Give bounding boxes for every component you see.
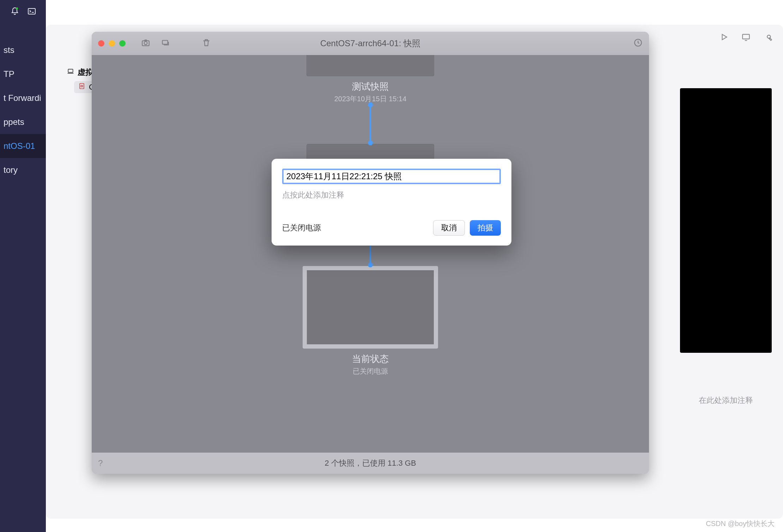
snapshot-window-title: CentOS7-arrch64-01: 快照 [92, 38, 649, 49]
host-toolbar [720, 32, 772, 43]
svg-point-0 [16, 7, 18, 10]
snapshot-notes-placeholder[interactable]: 点按此处添加注释 [282, 190, 501, 200]
snapshot-window: CentOS7-arrch64-01: 快照 测试快照 2023年10月15日 … [92, 32, 649, 474]
svg-point-4 [81, 85, 83, 87]
host-sidebar: sts TP t Forwardi ppets ntOS-01 tory [0, 0, 46, 532]
current-state-sub: 已关闭电源 [353, 367, 388, 376]
cancel-button[interactable]: 取消 [433, 220, 465, 236]
sidebar-item-forwarding[interactable]: t Forwardi [0, 86, 46, 110]
wrench-icon[interactable] [763, 32, 772, 43]
svg-rect-3 [80, 84, 84, 89]
snapshot-thumb-1[interactable] [306, 55, 434, 76]
laptop-icon [67, 68, 74, 77]
add-comment-placeholder[interactable]: 在此处添加注释 [680, 395, 772, 406]
play-icon[interactable] [720, 32, 729, 43]
sidebar-item-tp[interactable]: TP [0, 62, 46, 86]
snapshot-canvas[interactable]: 测试快照 2023年10月15日 15:14 当前状态 已关闭电源 [92, 55, 649, 453]
svg-rect-5 [742, 34, 749, 39]
bell-icon[interactable] [11, 7, 19, 17]
sidebar-item-centos01[interactable]: ntOS-01 [0, 134, 46, 158]
create-snapshot-popover: 点按此处添加注释 已关闭电源 取消 拍摄 [272, 159, 511, 246]
terminal-icon[interactable] [28, 7, 36, 17]
help-icon[interactable]: ? [98, 458, 103, 468]
sidebar-item-ppets[interactable]: ppets [0, 110, 46, 134]
svg-rect-1 [28, 8, 35, 14]
vm-preview [680, 88, 772, 353]
power-state-label: 已关闭电源 [282, 223, 321, 233]
screen-icon[interactable] [741, 32, 751, 43]
take-snapshot-button[interactable]: 拍摄 [470, 220, 501, 236]
sidebar-item-tory[interactable]: tory [0, 158, 46, 182]
snapshot-toolbar: CentOS7-arrch64-01: 快照 [92, 32, 649, 55]
current-state-name: 当前状态 [352, 353, 389, 365]
snapshot-name-input[interactable] [282, 169, 501, 184]
vm-folder-label: 虚拟 [78, 67, 93, 78]
current-state-thumb[interactable] [303, 266, 438, 349]
vmfile-icon [78, 83, 85, 92]
snapshot-footer: ? 2 个快照，已使用 11.3 GB [92, 453, 649, 474]
snapshot-footer-text: 2 个快照，已使用 11.3 GB [324, 458, 416, 468]
svg-rect-2 [68, 69, 73, 72]
watermark: CSDN @boy快快长大 [706, 519, 775, 528]
snapshot-1-name: 测试快照 [352, 80, 389, 93]
sidebar-item-sts[interactable]: sts [0, 38, 46, 62]
